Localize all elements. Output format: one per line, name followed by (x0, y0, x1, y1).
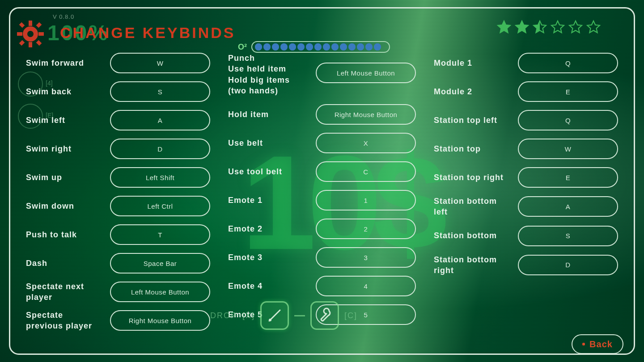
keybind-button-spectate-previous-player[interactable]: Right Mouse Button (110, 310, 210, 331)
keybind-button-swim-back[interactable]: S (110, 81, 210, 102)
star-rating (496, 20, 601, 35)
svg-rect-7 (19, 40, 25, 46)
star-icon (514, 20, 530, 35)
keybind-row: Station top leftQ (434, 110, 618, 130)
keybind-row: Station bottom leftA (434, 196, 618, 218)
keybind-button-station-top[interactable]: W (518, 139, 618, 159)
keybind-button-hold-item[interactable]: Right Mouse Button (316, 104, 416, 125)
keybind-columns: Swim forwardWSwim backSSwim leftASwim ri… (26, 53, 618, 331)
keybind-label: Module 2 (434, 86, 511, 97)
keybind-row: DashSpace Bar (26, 253, 210, 274)
keybind-button-swim-down[interactable]: Left Ctrl (110, 196, 210, 216)
keybind-button-push-to-talk[interactable]: T (110, 224, 210, 245)
keybind-label: Station bottom (434, 230, 511, 241)
keybind-label: Swim left (26, 115, 103, 126)
svg-rect-3 (17, 32, 22, 36)
keybind-row: Emote 22 (228, 219, 416, 239)
back-dot-icon (582, 343, 585, 345)
keybind-button-dash[interactable]: Space Bar (110, 253, 210, 274)
keybind-row: Swim leftA (26, 110, 210, 130)
o2-dot (280, 43, 288, 51)
column-left: Swim forwardWSwim backSSwim leftASwim ri… (26, 53, 210, 331)
keybind-button-swim-forward[interactable]: W (110, 53, 210, 73)
svg-rect-1 (29, 21, 32, 26)
column-right: Module 1QModule 2EStation top leftQStati… (434, 53, 618, 331)
o2-meter: O² (238, 41, 390, 53)
keybind-label: Swim right (26, 143, 103, 154)
keybind-row: Station topW (434, 139, 618, 159)
keybind-button-station-top-right[interactable]: E (518, 167, 618, 188)
keybind-row: Station top rightE (434, 167, 618, 188)
keybind-label: Emote 1 (228, 195, 309, 206)
keybind-row: Swim rightD (26, 139, 210, 159)
keybind-row: Punch Use held item Hold big items (two … (228, 53, 416, 96)
o2-dot (297, 43, 305, 51)
keybind-row: Station bottomS (434, 226, 618, 246)
keybind-button-swim-right[interactable]: D (110, 139, 210, 159)
svg-rect-6 (36, 22, 42, 28)
o2-dot (365, 43, 373, 51)
page-title: CHANGE KEYBINDS (60, 24, 235, 42)
keybind-label: Swim down (26, 201, 103, 211)
star-icon (586, 20, 601, 35)
keybind-button-spectate-next-player[interactable]: Left Mouse Button (110, 282, 210, 302)
keybind-label: Emote 4 (228, 281, 309, 291)
o2-dot (263, 43, 271, 51)
version-label: V 0.8.0 (53, 13, 74, 20)
svg-rect-8 (36, 40, 42, 46)
keybind-label: Swim forward (26, 58, 103, 68)
keybind-label: Emote 5 (228, 309, 309, 320)
keybind-row: Swim backS (26, 81, 210, 102)
keybind-row: Spectate next playerLeft Mouse Button (26, 282, 210, 302)
keybind-row: Station bottom rightD (434, 254, 618, 276)
keybind-label: Station bottom left (434, 196, 511, 218)
o2-dot (348, 43, 356, 51)
keybind-button-swim-up[interactable]: Left Shift (110, 167, 210, 188)
keybind-label: Use belt (228, 138, 309, 148)
o2-dot (331, 43, 339, 51)
back-button[interactable]: Back (572, 334, 623, 354)
keybind-label: Station top (434, 143, 511, 154)
keybind-button-module-1[interactable]: Q (518, 53, 618, 73)
keybind-row: Emote 44 (228, 276, 416, 296)
keybind-button-station-bottom-left[interactable]: A (518, 196, 618, 217)
gear-icon (16, 20, 45, 50)
keybind-button-station-top-left[interactable]: Q (518, 110, 618, 130)
keybind-button-emote-1[interactable]: 1 (316, 190, 416, 210)
keybind-button-swim-left[interactable]: A (110, 110, 210, 130)
keybind-row: Use beltX (228, 133, 416, 153)
keybind-button-emote-5[interactable]: 5 (316, 304, 416, 325)
o2-label: O² (238, 42, 247, 52)
o2-dot (374, 43, 381, 51)
keybind-label: Emote 3 (228, 252, 309, 263)
keybind-button-use-belt[interactable]: X (316, 133, 416, 153)
svg-rect-2 (29, 42, 32, 47)
svg-rect-5 (19, 22, 25, 28)
keybind-row: Use tool beltC (228, 161, 416, 182)
keybind-row: Emote 11 (228, 190, 416, 210)
keybind-button-module-2[interactable]: E (518, 81, 618, 102)
keybind-row: Emote 55 (228, 304, 416, 325)
o2-dot (323, 43, 330, 51)
svg-point-0 (25, 29, 36, 39)
keybind-row: Hold itemRight Mouse Button (228, 104, 416, 125)
keybind-button-station-bottom[interactable]: S (518, 226, 618, 246)
keybind-row: Push to talkT (26, 224, 210, 245)
keybind-label: Emote 2 (228, 223, 309, 234)
o2-dot (306, 43, 313, 51)
o2-dot (255, 43, 262, 51)
keybind-button-emote-2[interactable]: 2 (316, 219, 416, 239)
keybind-label: Dash (26, 258, 103, 269)
keybind-label: Hold item (228, 109, 309, 120)
keybind-button-punch[interactable]: Left Mouse Button (316, 63, 416, 83)
keybind-row: Swim upLeft Shift (26, 167, 210, 188)
keybind-button-emote-3[interactable]: 3 (316, 247, 416, 268)
column-mid: Punch Use held item Hold big items (two … (228, 53, 416, 331)
keybind-button-station-bottom-right[interactable]: D (518, 255, 618, 275)
keybind-row: Module 2E (434, 81, 618, 102)
keybind-label: Spectate previous player (26, 310, 103, 332)
keybind-button-use-tool-belt[interactable]: C (316, 161, 416, 182)
o2-dot (340, 43, 347, 51)
keybind-button-emote-4[interactable]: 4 (316, 276, 416, 296)
keybind-row: Swim downLeft Ctrl (26, 196, 210, 216)
